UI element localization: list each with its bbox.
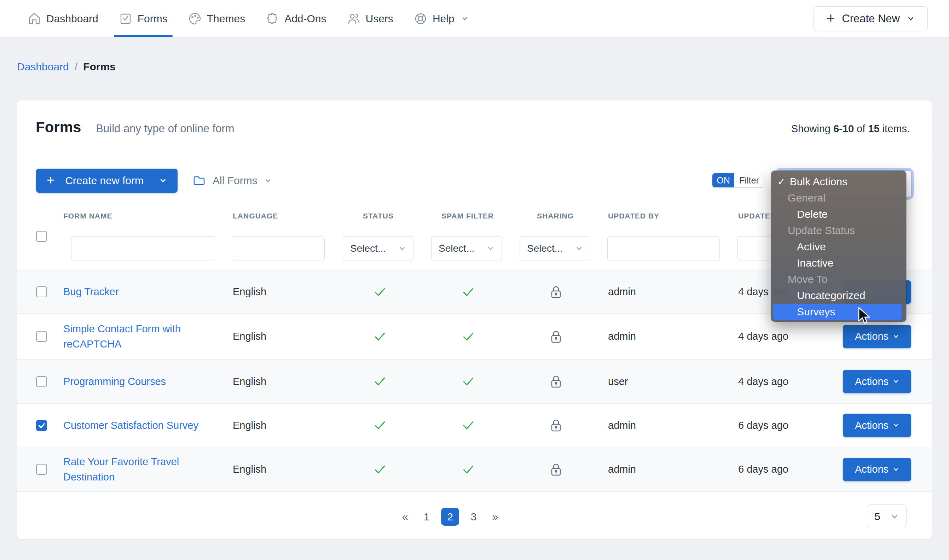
menu-item-inactive[interactable]: Inactive bbox=[771, 255, 906, 271]
form-name-link[interactable]: Rate Your Favorite Travel Destination bbox=[63, 447, 205, 491]
nav-item-forms[interactable]: Forms bbox=[119, 0, 168, 37]
bulk-actions-menu: ✓ Bulk Actions General Delete Update Sta… bbox=[771, 171, 906, 322]
plus-icon: + bbox=[827, 11, 835, 25]
chevron-down-icon bbox=[575, 245, 583, 252]
form-name-link[interactable]: Simple Contact Form with reCAPTCHA bbox=[63, 314, 205, 359]
row-checkbox[interactable] bbox=[36, 331, 47, 342]
pagination-prev[interactable]: « bbox=[398, 511, 412, 523]
select-placeholder: Select... bbox=[527, 243, 563, 254]
filter-form-name-input[interactable] bbox=[71, 236, 215, 261]
menu-group-move-to: Move To bbox=[771, 271, 906, 288]
actions-button[interactable]: Actions bbox=[843, 370, 911, 393]
filter-sharing-select[interactable]: Select... bbox=[519, 236, 590, 261]
row-checkbox[interactable] bbox=[36, 464, 47, 475]
spam-check-icon bbox=[461, 447, 475, 491]
puzzle-icon bbox=[266, 12, 279, 25]
chevron-down-icon bbox=[461, 15, 468, 22]
filter-spam-select[interactable]: Select... bbox=[431, 236, 502, 261]
updated-by-cell: user bbox=[608, 360, 628, 403]
updated-cell: 6 days ago bbox=[738, 404, 789, 447]
form-name-link[interactable]: Customer Satisfaction Survey bbox=[63, 404, 205, 447]
table-footer: « 1 2 3 » 5 bbox=[17, 491, 932, 540]
create-new-form-button[interactable]: + Create new form bbox=[36, 169, 177, 193]
all-forms-filter[interactable]: All Forms bbox=[193, 173, 272, 188]
nav-item-dashboard[interactable]: Dashboard bbox=[28, 0, 98, 37]
menu-item-delete[interactable]: Delete bbox=[771, 206, 906, 222]
table-row: Rate Your Favorite Travel Destination En… bbox=[17, 447, 932, 491]
language-cell: English bbox=[233, 360, 267, 403]
mouse-cursor bbox=[857, 307, 873, 325]
sharing-lock-icon bbox=[549, 314, 563, 359]
chevron-down-icon bbox=[907, 15, 915, 23]
select-placeholder: Select... bbox=[350, 243, 386, 254]
page-size-select[interactable]: 5 bbox=[867, 505, 907, 528]
nav-item-themes[interactable]: Themes bbox=[188, 0, 245, 37]
header-updated: UPDATED bbox=[738, 212, 776, 220]
menu-group-general: General bbox=[771, 190, 906, 206]
pagination-next[interactable]: » bbox=[488, 511, 502, 523]
green-check-icon bbox=[374, 419, 386, 431]
chevron-down-icon bbox=[398, 245, 406, 252]
lock-icon bbox=[550, 418, 562, 432]
nav-label: Forms bbox=[137, 13, 168, 25]
create-new-form-label: Create new form bbox=[65, 175, 159, 187]
status-check-icon bbox=[373, 314, 387, 359]
pagination-page-2-active[interactable]: 2 bbox=[441, 508, 459, 526]
chevron-down-icon bbox=[893, 466, 899, 473]
menu-item-active[interactable]: Active bbox=[771, 238, 906, 255]
nav-item-users[interactable]: Users bbox=[347, 0, 393, 37]
nav-label: Themes bbox=[207, 13, 245, 25]
check-icon: ✓ bbox=[778, 176, 786, 188]
language-cell: English bbox=[233, 314, 267, 359]
sharing-lock-icon bbox=[549, 360, 563, 403]
nav-label: Help bbox=[433, 13, 454, 25]
sharing-lock-icon bbox=[549, 404, 563, 447]
spam-check-icon bbox=[461, 360, 475, 403]
actions-button[interactable]: Actions bbox=[843, 325, 911, 348]
green-check-icon bbox=[462, 331, 474, 343]
filter-language-input[interactable] bbox=[233, 236, 325, 261]
breadcrumb-separator: / bbox=[75, 61, 77, 73]
green-check-icon bbox=[462, 419, 474, 431]
menu-item-bulk-actions[interactable]: ✓ Bulk Actions bbox=[771, 174, 906, 190]
menu-item-uncategorized[interactable]: Uncategorized bbox=[771, 288, 906, 304]
green-check-icon bbox=[374, 331, 386, 343]
status-check-icon bbox=[373, 271, 387, 313]
filter-toggle[interactable]: ON Filter bbox=[712, 173, 764, 188]
create-new-button[interactable]: + Create New bbox=[813, 6, 928, 31]
status-check-icon bbox=[373, 404, 387, 447]
nav-item-help[interactable]: Help bbox=[414, 0, 468, 37]
page-subtitle: Build any type of online form bbox=[96, 122, 234, 135]
green-check-icon bbox=[462, 375, 474, 388]
row-checkbox[interactable] bbox=[36, 420, 47, 431]
spam-check-icon bbox=[461, 314, 475, 359]
plus-icon: + bbox=[47, 172, 54, 188]
chevron-down-icon bbox=[265, 177, 272, 184]
actions-button[interactable]: Actions bbox=[843, 458, 911, 481]
page-size-value: 5 bbox=[874, 511, 880, 523]
palette-icon bbox=[188, 12, 202, 25]
green-check-icon bbox=[374, 463, 386, 475]
actions-button[interactable]: Actions bbox=[843, 414, 911, 437]
filter-status-select[interactable]: Select... bbox=[343, 236, 413, 261]
select-all-checkbox[interactable] bbox=[36, 231, 47, 242]
filter-updated-by-input[interactable] bbox=[607, 236, 720, 261]
status-check-icon bbox=[373, 447, 387, 491]
nav-label: Users bbox=[366, 13, 393, 25]
row-checkbox[interactable] bbox=[36, 286, 47, 297]
home-icon bbox=[28, 12, 41, 25]
form-name-link[interactable]: Bug Tracker bbox=[63, 271, 205, 313]
updated-by-cell: admin bbox=[608, 404, 636, 447]
pagination-page-3[interactable]: 3 bbox=[468, 511, 479, 523]
menu-item-surveys[interactable]: Surveys bbox=[773, 304, 901, 320]
green-check-icon bbox=[462, 463, 474, 475]
divider bbox=[17, 155, 932, 155]
create-new-label: Create New bbox=[842, 12, 900, 25]
table-row: Customer Satisfaction Survey English adm… bbox=[17, 403, 932, 447]
green-check-icon bbox=[374, 375, 386, 388]
row-checkbox[interactable] bbox=[36, 376, 47, 387]
pagination-page-1[interactable]: 1 bbox=[421, 511, 432, 523]
form-name-link[interactable]: Programming Courses bbox=[63, 360, 205, 403]
breadcrumb-dashboard-link[interactable]: Dashboard bbox=[17, 61, 69, 73]
nav-item-addons[interactable]: Add-Ons bbox=[266, 0, 326, 37]
